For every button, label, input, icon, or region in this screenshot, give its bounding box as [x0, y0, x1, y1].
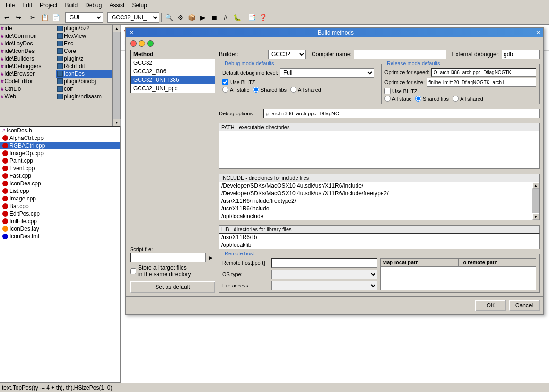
file-item-image[interactable]: Image.cpp [0, 195, 120, 202]
store-checkbox[interactable] [130, 268, 136, 274]
method-gcc32-i386[interactable]: GCC32_i386 [131, 67, 215, 76]
tree-item-ctrllib[interactable]: # CtrlLib [0, 85, 56, 93]
tree-item-common[interactable]: # ide\Common [0, 32, 56, 40]
menu-file[interactable]: File [2, 1, 18, 9]
file-item-editpos[interactable]: EditPos.cpp [0, 210, 120, 218]
include-scroll-up[interactable]: ▲ [532, 182, 539, 189]
dialog-close-btn[interactable]: ✕ [536, 29, 540, 36]
debug-info-select[interactable]: FullMinimalNone [280, 68, 374, 78]
file-item-icondes-cpp[interactable]: IconDes.cpp [0, 180, 120, 187]
toolbar-paste[interactable]: 📄 [51, 12, 61, 23]
set-default-button[interactable]: Set as default [130, 281, 215, 293]
menu-setup[interactable]: Setup [128, 1, 150, 9]
tree-item-richedit[interactable]: RichEdit [56, 62, 112, 70]
file-item-bar[interactable]: Bar.cpp [0, 202, 120, 210]
toolbar-ref[interactable]: 📑 [246, 12, 257, 23]
all-shared-release[interactable]: All shared [453, 96, 483, 102]
remote-host-input[interactable] [271, 258, 377, 268]
toolbar-stop[interactable]: ⏹ [209, 12, 219, 23]
map-content[interactable] [381, 267, 536, 290]
use-blitz-release-checkbox[interactable] [384, 88, 391, 94]
toolbar-debug[interactable]: 🐛 [232, 12, 242, 23]
tree-item-builders[interactable]: # ide\Builders [0, 55, 56, 62]
file-item-list[interactable]: List.cpp [0, 187, 120, 195]
optimize-size-input[interactable] [427, 78, 536, 87]
ok-button[interactable]: OK [475, 300, 506, 311]
toolbar-undo[interactable]: ↩ [2, 12, 12, 23]
file-access-select[interactable] [271, 281, 377, 290]
script-browse-btn[interactable]: ▶ [207, 253, 215, 262]
all-static-debug[interactable]: All static [222, 87, 249, 93]
toolbar-target-dropdown[interactable]: GUI [65, 12, 103, 23]
file-item-imlfile[interactable]: ImlFile.cpp [0, 218, 120, 225]
all-static-release[interactable]: All static [384, 96, 411, 102]
external-debugger-input[interactable] [502, 50, 540, 59]
file-item-alphactrl[interactable]: AlphaCtrl.cpp [0, 134, 120, 142]
os-type-select[interactable] [271, 270, 377, 279]
tree-item-icondes-selected[interactable]: IconDes [56, 70, 112, 78]
tree-item-core[interactable]: Core [56, 47, 112, 55]
menu-assist[interactable]: Assist [105, 1, 128, 9]
toolbar-build-dropdown[interactable]: GCC32_UNI_ [107, 12, 159, 23]
shared-libs-radio[interactable] [253, 87, 259, 93]
compiler-name-input[interactable] [354, 50, 446, 59]
toolbar-pkg[interactable]: 📦 [186, 12, 197, 23]
method-gcc32-uni-ppc[interactable]: GCC32_UNI_ppc [131, 84, 215, 93]
include-scroll-down[interactable]: ▼ [532, 213, 539, 220]
menu-debug[interactable]: Debug [81, 1, 105, 9]
tree-item-codeeditor[interactable]: # CodeEditor [0, 78, 56, 85]
tree-item-icondes[interactable]: # ide\IconDes [0, 47, 56, 55]
file-item-icondes-iml[interactable]: IconDes.iml [0, 233, 120, 240]
tree-item-browser[interactable]: # ide\Browser [0, 70, 56, 78]
optimize-speed-input[interactable] [431, 68, 536, 77]
path-area[interactable] [219, 131, 540, 169]
toolbar-redo[interactable]: ↪ [13, 12, 24, 23]
all-static-rel-radio[interactable] [384, 96, 391, 102]
all-shared-debug[interactable]: All shared [290, 87, 321, 93]
include-list[interactable]: /Developer/SDKs/MacOSX10.4u.sdk/usr/X11R… [219, 182, 532, 220]
tree-item-pluginbinobj[interactable]: plugin\binobj [56, 78, 112, 85]
tree-item-coff[interactable]: coff [56, 85, 112, 93]
tree-item-laydes[interactable]: # ide\LayDes [0, 40, 56, 47]
tree-item-pluginbz2[interactable]: plugin\bz2 [56, 25, 112, 32]
tree-item-pluginndisasm[interactable]: plugin\ndisasm [56, 93, 112, 100]
method-gcc32[interactable]: GCC32 [131, 59, 215, 67]
method-gcc32-uni-i386[interactable]: GCC32_UNI_i386 [131, 76, 215, 84]
cancel-button[interactable]: Cancel [509, 300, 540, 311]
tree-item-pluginz[interactable]: plugin\z [56, 55, 112, 62]
minimize-btn[interactable] [139, 40, 145, 47]
tree-scroll-up[interactable]: ▲ [113, 25, 121, 32]
script-file-input[interactable] [130, 253, 206, 262]
menu-project[interactable]: Project [36, 1, 61, 9]
file-item-paint[interactable]: Paint.cpp [0, 157, 120, 165]
tree-item-web[interactable]: # Web [0, 93, 56, 100]
shared-libs-debug[interactable]: Shared libs [253, 87, 287, 93]
debug-options-input[interactable] [263, 109, 540, 118]
tree-scroll-2[interactable]: plugin\bz2 HexView Esc Core [56, 25, 112, 126]
all-static-radio[interactable] [222, 87, 228, 93]
file-item-fast[interactable]: Fast.cpp [0, 172, 120, 180]
toolbar-clean[interactable]: # [220, 12, 231, 23]
file-item-icondes-lay[interactable]: IconDes.lay [0, 225, 120, 233]
builder-select[interactable]: GCC32 [268, 50, 306, 59]
menu-edit[interactable]: Edit [18, 1, 36, 9]
toolbar-copy[interactable]: 📋 [39, 12, 50, 23]
tree-scroll-1[interactable]: # ide # ide\Common # ide\LayDes # ide\Ic… [0, 25, 56, 126]
toolbar-browse[interactable]: 🔍 [164, 12, 174, 23]
tree-item-hexview[interactable]: HexView [56, 32, 112, 40]
file-item-imageop[interactable]: ImageOp.cpp [0, 149, 120, 157]
all-shared-rel-radio[interactable] [453, 96, 459, 102]
all-shared-radio[interactable] [290, 87, 296, 93]
tree-item-esc[interactable]: Esc [56, 40, 112, 47]
file-item-rgbactrl[interactable]: RGBACtrl.cpp [0, 142, 120, 149]
file-item-event[interactable]: Event.cpp [0, 165, 120, 172]
close-btn[interactable] [130, 40, 137, 47]
toolbar-cut[interactable]: ✂ [28, 12, 38, 23]
toolbar-run[interactable]: ▶ [198, 12, 208, 23]
toolbar-help[interactable]: ❓ [258, 12, 268, 23]
tree-item-debuggers[interactable]: # ide\Debuggers [0, 62, 56, 70]
tree-item-ide[interactable]: # ide [0, 25, 56, 32]
menu-build[interactable]: Build [61, 1, 81, 9]
file-list[interactable]: # IconDes.h AlphaCtrl.cpp RGBACtrl.cpp I… [0, 126, 120, 383]
toolbar-build[interactable]: ⚙ [175, 12, 185, 23]
